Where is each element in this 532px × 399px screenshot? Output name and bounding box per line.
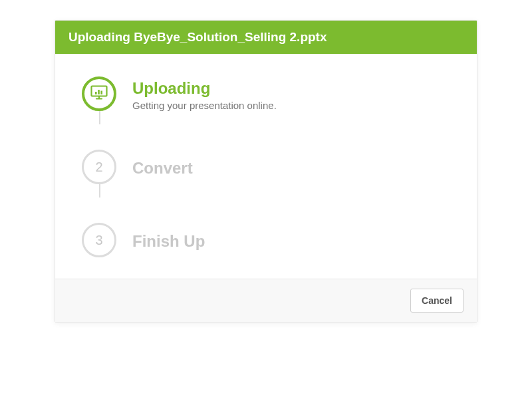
step-circle-3: 3 [82,223,116,257]
step-title-convert: Convert [132,158,193,178]
svg-rect-3 [100,90,102,94]
step-uploading: Uploading Getting your presentation onli… [82,76,464,123]
upload-progress-dialog: Uploading ByeBye_Solution_Selling 2.pptx [55,20,477,323]
step-number-3: 3 [95,233,102,248]
dialog-header: Uploading ByeBye_Solution_Selling 2.pptx [55,21,477,54]
presentation-monitor-icon [90,85,108,103]
step-subtitle-uploading: Getting your presentation online. [132,100,277,111]
dialog-footer: Cancel [55,279,477,322]
svg-rect-2 [98,90,100,94]
svg-rect-1 [95,92,97,94]
step-title-uploading: Uploading [132,78,277,98]
step-finish-up: 3 Finish Up [82,223,464,259]
step-content-2: Convert [132,150,193,178]
step-connector [99,184,100,198]
step-circle-2: 2 [82,150,116,184]
step-convert: 2 Convert [82,150,464,196]
cancel-button[interactable]: Cancel [410,289,464,313]
step-circle-1 [82,76,116,111]
dialog-body: Uploading Getting your presentation onli… [55,54,477,279]
step-connector [99,111,100,124]
dialog-title: Uploading ByeBye_Solution_Selling 2.pptx [68,30,327,44]
step-number-2: 2 [95,160,102,175]
step-content-3: Finish Up [132,223,205,251]
step-content-1: Uploading Getting your presentation onli… [132,76,277,111]
step-title-finish-up: Finish Up [132,231,205,251]
